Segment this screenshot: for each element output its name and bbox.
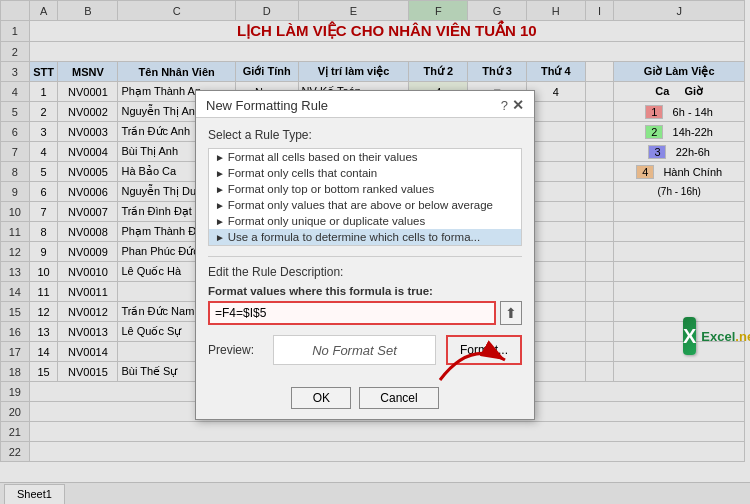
formula-label: Format values where this formula is true… bbox=[208, 285, 522, 297]
edit-rule-label: Edit the Rule Description: bbox=[208, 256, 522, 279]
formula-expand-button[interactable]: ⬆ bbox=[500, 301, 522, 325]
dialog-footer: OK Cancel bbox=[196, 383, 534, 419]
select-rule-label: Select a Rule Type: bbox=[208, 128, 522, 142]
rule-item-2[interactable]: Format only top or bottom ranked values bbox=[209, 181, 521, 197]
rule-item-0[interactable]: Format all cells based on their values bbox=[209, 149, 521, 165]
cancel-button[interactable]: Cancel bbox=[359, 387, 438, 409]
dialog-title: New Formatting Rule bbox=[206, 98, 328, 113]
dialog-close-button[interactable]: ✕ bbox=[512, 97, 524, 113]
site-name: Excel.net.vn bbox=[701, 329, 750, 344]
excel-icon: X bbox=[683, 317, 696, 355]
ok-button[interactable]: OK bbox=[291, 387, 351, 409]
dialog-help-button[interactable]: ? bbox=[501, 98, 508, 113]
rule-list: Format all cells based on their values F… bbox=[208, 148, 522, 246]
preview-box: No Format Set bbox=[273, 335, 436, 365]
preview-row: Preview: No Format Set Format... bbox=[208, 335, 522, 365]
rule-item-4[interactable]: Format only unique or duplicate values bbox=[209, 213, 521, 229]
excel-logo: X Excel.net.vn bbox=[683, 316, 738, 356]
formatting-rule-dialog: New Formatting Rule ? ✕ Select a Rule Ty… bbox=[195, 90, 535, 420]
rule-item-1[interactable]: Format only cells that contain bbox=[209, 165, 521, 181]
formula-input[interactable] bbox=[208, 301, 496, 325]
dialog-titlebar: New Formatting Rule ? ✕ bbox=[196, 91, 534, 118]
rule-item-3[interactable]: Format only values that are above or bel… bbox=[209, 197, 521, 213]
format-button[interactable]: Format... bbox=[446, 335, 522, 365]
preview-label: Preview: bbox=[208, 343, 263, 357]
dialog-controls: ? ✕ bbox=[501, 97, 524, 113]
preview-text: No Format Set bbox=[312, 343, 397, 358]
formula-row: ⬆ bbox=[208, 301, 522, 325]
dialog-body: Select a Rule Type: Format all cells bas… bbox=[196, 118, 534, 383]
spreadsheet: A B C D E F G H I J 1 LỊCH LÀM VIỆC CHO … bbox=[0, 0, 750, 504]
rule-item-5[interactable]: Use a formula to determine which cells t… bbox=[209, 229, 521, 245]
